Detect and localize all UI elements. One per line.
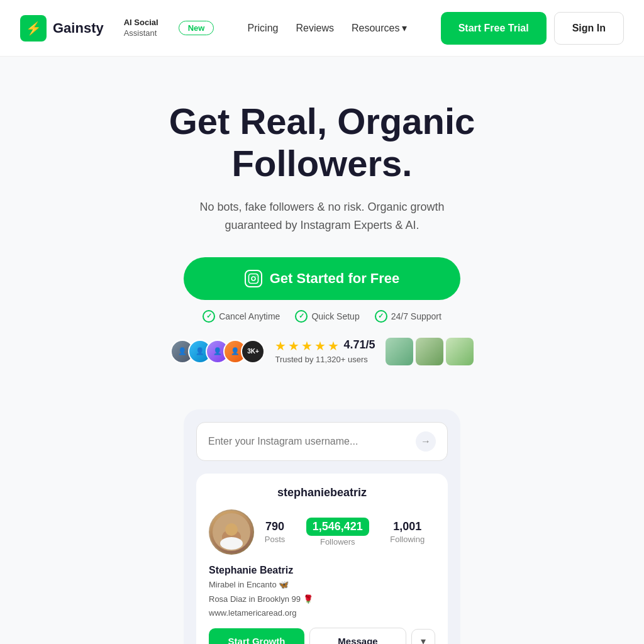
nav-link-pricing[interactable]: Pricing xyxy=(248,23,279,34)
followers-count: 1,546,421 xyxy=(306,518,369,536)
stat-followers: 1,546,421 Followers xyxy=(306,518,369,547)
instagram-input-row[interactable]: → xyxy=(196,422,448,461)
svg-point-5 xyxy=(225,523,238,536)
avatar-image xyxy=(210,511,253,553)
more-button[interactable]: ▾ xyxy=(411,629,435,644)
star-icon: ★ xyxy=(301,338,313,353)
ai-label: AI Social Assistant xyxy=(124,18,158,39)
sign-in-button[interactable]: Sign In xyxy=(554,12,624,45)
profile-bio-line2: Rosa Diaz in Brooklyn 99 🌹 xyxy=(209,593,435,606)
preview-img-2 xyxy=(416,338,443,365)
rating-value: 4.71/5 xyxy=(343,338,375,353)
following-count: 1,001 xyxy=(390,520,425,533)
svg-rect-0 xyxy=(248,274,258,283)
nav-link-reviews[interactable]: Reviews xyxy=(296,23,333,34)
start-growth-button[interactable]: Start Growth xyxy=(209,628,304,644)
profile-stats-row: 790 Posts 1,546,421 Followers 1,001 Foll… xyxy=(209,509,435,555)
following-label: Following xyxy=(390,535,425,544)
star-icon: ★ xyxy=(328,338,339,353)
avatar-group: 👤 👤 👤 👤 3K+ xyxy=(170,340,265,364)
profile-link: www.letamericaread.org xyxy=(209,608,435,618)
logo-icon: ⚡ xyxy=(20,15,47,42)
logo-text: Gainsty xyxy=(53,20,104,36)
trust-setup: ✓ Quick Setup xyxy=(295,310,359,323)
preview-img-1 xyxy=(386,338,413,365)
check-icon: ✓ xyxy=(295,310,308,323)
star-icon: ★ xyxy=(275,338,286,353)
star-icon: ★ xyxy=(314,338,326,353)
profile-avatar xyxy=(209,509,254,555)
new-badge: New xyxy=(179,21,214,35)
profile-display-name: Stephanie Beatriz xyxy=(209,565,435,576)
hero-subtext: No bots, fake followers & no risk. Organ… xyxy=(171,198,473,235)
start-free-trial-button[interactable]: Start Free Trial xyxy=(441,12,547,45)
svg-point-1 xyxy=(252,277,255,280)
trust-cancel: ✓ Cancel Anytime xyxy=(203,310,280,323)
preview-img-3 xyxy=(446,338,474,365)
avatar-count: 3K+ xyxy=(241,340,265,364)
chevron-down-icon: ▾ xyxy=(402,22,407,34)
star-icon: ★ xyxy=(288,338,299,353)
get-started-button[interactable]: Get Started for Free xyxy=(184,257,460,300)
posts-label: Posts xyxy=(265,535,286,544)
check-icon: ✓ xyxy=(375,310,387,323)
profile-actions: Start Growth Message ▾ xyxy=(209,628,435,644)
posts-count: 790 xyxy=(265,520,286,533)
profile-username: stephaniebeatriz xyxy=(209,486,435,499)
nav-link-resources[interactable]: Resources ▾ xyxy=(352,22,407,34)
navbar: ⚡ Gainsty AI Social Assistant New Pricin… xyxy=(0,0,644,57)
svg-point-6 xyxy=(220,537,243,550)
rating-block: ★ ★ ★ ★ ★ 4.71/5 Trusted by 11,320+ user… xyxy=(275,338,375,364)
instagram-username-input[interactable] xyxy=(208,436,409,447)
check-icon: ✓ xyxy=(203,310,215,323)
stats-group: 790 Posts 1,546,421 Followers 1,001 Foll… xyxy=(254,518,435,547)
nav-right: Start Free Trial Sign In xyxy=(441,12,624,45)
demo-section: → stephaniebeatriz xyxy=(0,391,644,644)
nav-links: Pricing Reviews Resources ▾ xyxy=(248,22,408,34)
profile-card: stephaniebeatriz 790 xyxy=(196,474,448,644)
star-rating: ★ ★ ★ ★ ★ 4.71/5 xyxy=(275,338,375,353)
followers-label: Followers xyxy=(306,537,369,547)
trust-badges: ✓ Cancel Anytime ✓ Quick Setup ✓ 24/7 Su… xyxy=(13,310,631,323)
nav-left: ⚡ Gainsty AI Social Assistant New xyxy=(20,15,214,42)
social-proof: 👤 👤 👤 👤 3K+ ★ ★ ★ ★ ★ 4.71/5 Trusted by … xyxy=(13,338,631,365)
profile-bio-line1: Mirabel in Encanto 🦋 xyxy=(209,579,435,591)
instagram-icon xyxy=(245,270,262,287)
svg-point-2 xyxy=(255,275,256,276)
preview-images xyxy=(386,338,474,365)
demo-card: → stephaniebeatriz xyxy=(184,409,460,644)
stat-posts: 790 Posts xyxy=(265,520,286,544)
hero-section: Get Real, Organic Followers. No bots, fa… xyxy=(0,57,644,391)
trust-users-text: Trusted by 11,320+ users xyxy=(275,355,367,364)
stat-following: 1,001 Following xyxy=(390,520,425,544)
trust-support: ✓ 24/7 Support xyxy=(375,310,441,323)
logo-link[interactable]: ⚡ Gainsty xyxy=(20,15,104,42)
hero-headline: Get Real, Organic Followers. xyxy=(108,101,536,184)
message-button[interactable]: Message xyxy=(309,628,406,644)
instagram-submit-button[interactable]: → xyxy=(416,431,436,452)
